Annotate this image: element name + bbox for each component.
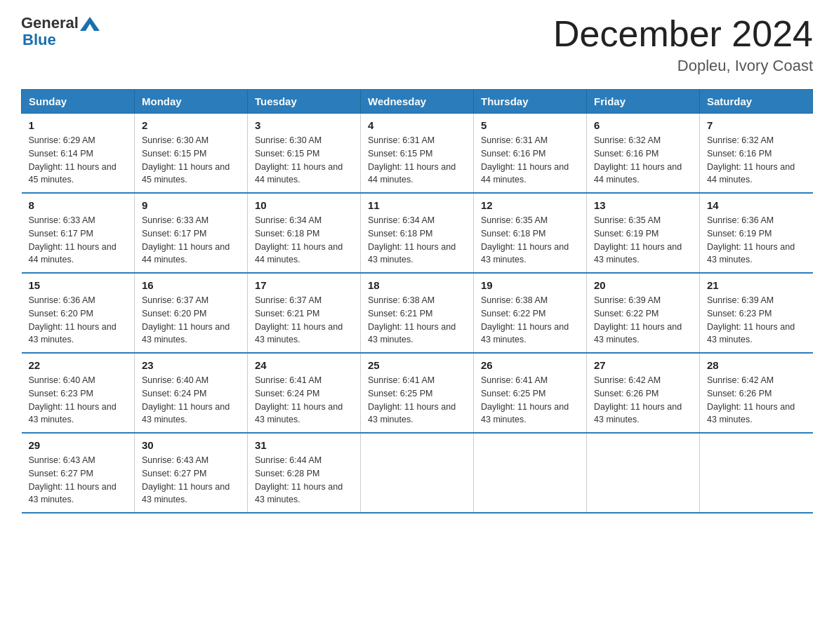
calendar-cell: 12 Sunrise: 6:35 AM Sunset: 6:18 PM Dayl…	[474, 193, 587, 273]
day-info: Sunrise: 6:39 AM Sunset: 6:23 PM Dayligh…	[707, 294, 806, 347]
calendar-cell: 13 Sunrise: 6:35 AM Sunset: 6:19 PM Dayl…	[587, 193, 700, 273]
day-info: Sunrise: 6:34 AM Sunset: 6:18 PM Dayligh…	[255, 214, 353, 267]
day-info: Sunrise: 6:40 AM Sunset: 6:23 PM Dayligh…	[29, 374, 128, 427]
day-info: Sunrise: 6:29 AM Sunset: 6:14 PM Dayligh…	[29, 134, 128, 187]
calendar-cell: 8 Sunrise: 6:33 AM Sunset: 6:17 PM Dayli…	[22, 193, 135, 273]
calendar-cell: 17 Sunrise: 6:37 AM Sunset: 6:21 PM Dayl…	[248, 273, 361, 353]
calendar-week-3: 15 Sunrise: 6:36 AM Sunset: 6:20 PM Dayl…	[22, 273, 813, 353]
logo-general-text: General	[21, 14, 79, 32]
header-tuesday: Tuesday	[248, 90, 361, 114]
day-info: Sunrise: 6:44 AM Sunset: 6:28 PM Dayligh…	[255, 454, 353, 507]
day-number: 1	[29, 119, 128, 131]
calendar-subtitle: Dopleu, Ivory Coast	[553, 57, 813, 75]
day-number: 16	[142, 279, 240, 291]
day-info: Sunrise: 6:33 AM Sunset: 6:17 PM Dayligh…	[29, 214, 128, 267]
calendar-cell: 22 Sunrise: 6:40 AM Sunset: 6:23 PM Dayl…	[22, 353, 135, 433]
calendar-cell: 28 Sunrise: 6:42 AM Sunset: 6:26 PM Dayl…	[700, 353, 813, 433]
day-info: Sunrise: 6:36 AM Sunset: 6:20 PM Dayligh…	[29, 294, 128, 347]
calendar-header-row: Sunday Monday Tuesday Wednesday Thursday…	[22, 90, 813, 114]
calendar-title-block: December 2024 Dopleu, Ivory Coast	[553, 14, 813, 75]
calendar-title: December 2024	[553, 14, 813, 54]
day-number: 7	[707, 119, 806, 131]
day-info: Sunrise: 6:30 AM Sunset: 6:15 PM Dayligh…	[142, 134, 240, 187]
day-number: 15	[29, 279, 128, 291]
day-number: 20	[594, 279, 692, 291]
calendar-week-4: 22 Sunrise: 6:40 AM Sunset: 6:23 PM Dayl…	[22, 353, 813, 433]
calendar-cell: 6 Sunrise: 6:32 AM Sunset: 6:16 PM Dayli…	[587, 114, 700, 194]
day-number: 28	[707, 359, 806, 371]
header-saturday: Saturday	[700, 90, 813, 114]
day-number: 8	[29, 199, 128, 211]
day-info: Sunrise: 6:38 AM Sunset: 6:21 PM Dayligh…	[368, 294, 466, 347]
calendar-cell: 25 Sunrise: 6:41 AM Sunset: 6:25 PM Dayl…	[361, 353, 474, 433]
calendar-cell: 24 Sunrise: 6:41 AM Sunset: 6:24 PM Dayl…	[248, 353, 361, 433]
calendar-cell	[474, 433, 587, 513]
calendar-cell: 30 Sunrise: 6:43 AM Sunset: 6:27 PM Dayl…	[135, 433, 248, 513]
header-monday: Monday	[135, 90, 248, 114]
day-number: 3	[255, 119, 353, 131]
calendar-cell: 27 Sunrise: 6:42 AM Sunset: 6:26 PM Dayl…	[587, 353, 700, 433]
calendar-cell: 4 Sunrise: 6:31 AM Sunset: 6:15 PM Dayli…	[361, 114, 474, 194]
day-info: Sunrise: 6:43 AM Sunset: 6:27 PM Dayligh…	[29, 454, 128, 507]
calendar-cell: 31 Sunrise: 6:44 AM Sunset: 6:28 PM Dayl…	[248, 433, 361, 513]
day-info: Sunrise: 6:41 AM Sunset: 6:24 PM Dayligh…	[255, 374, 353, 427]
day-info: Sunrise: 6:35 AM Sunset: 6:19 PM Dayligh…	[594, 214, 692, 267]
logo-blue-text: Blue	[22, 31, 56, 49]
day-number: 12	[481, 199, 579, 211]
day-info: Sunrise: 6:34 AM Sunset: 6:18 PM Dayligh…	[368, 214, 466, 267]
header-sunday: Sunday	[22, 90, 135, 114]
calendar-cell: 1 Sunrise: 6:29 AM Sunset: 6:14 PM Dayli…	[22, 114, 135, 194]
calendar-cell: 14 Sunrise: 6:36 AM Sunset: 6:19 PM Dayl…	[700, 193, 813, 273]
header-thursday: Thursday	[474, 90, 587, 114]
day-info: Sunrise: 6:39 AM Sunset: 6:22 PM Dayligh…	[594, 294, 692, 347]
calendar-cell: 7 Sunrise: 6:32 AM Sunset: 6:16 PM Dayli…	[700, 114, 813, 194]
day-info: Sunrise: 6:33 AM Sunset: 6:17 PM Dayligh…	[142, 214, 240, 267]
day-info: Sunrise: 6:37 AM Sunset: 6:21 PM Dayligh…	[255, 294, 353, 347]
day-number: 4	[368, 119, 466, 131]
day-number: 10	[255, 199, 353, 211]
calendar-cell	[361, 433, 474, 513]
day-number: 29	[29, 439, 128, 451]
calendar-cell: 21 Sunrise: 6:39 AM Sunset: 6:23 PM Dayl…	[700, 273, 813, 353]
calendar-cell: 15 Sunrise: 6:36 AM Sunset: 6:20 PM Dayl…	[22, 273, 135, 353]
calendar-cell: 18 Sunrise: 6:38 AM Sunset: 6:21 PM Dayl…	[361, 273, 474, 353]
day-info: Sunrise: 6:31 AM Sunset: 6:16 PM Dayligh…	[481, 134, 579, 187]
calendar-week-1: 1 Sunrise: 6:29 AM Sunset: 6:14 PM Dayli…	[22, 114, 813, 194]
day-number: 18	[368, 279, 466, 291]
day-number: 24	[255, 359, 353, 371]
day-info: Sunrise: 6:32 AM Sunset: 6:16 PM Dayligh…	[594, 134, 692, 187]
calendar-cell: 20 Sunrise: 6:39 AM Sunset: 6:22 PM Dayl…	[587, 273, 700, 353]
header-wednesday: Wednesday	[361, 90, 474, 114]
day-number: 22	[29, 359, 128, 371]
calendar-cell: 23 Sunrise: 6:40 AM Sunset: 6:24 PM Dayl…	[135, 353, 248, 433]
calendar-week-2: 8 Sunrise: 6:33 AM Sunset: 6:17 PM Dayli…	[22, 193, 813, 273]
day-info: Sunrise: 6:41 AM Sunset: 6:25 PM Dayligh…	[368, 374, 466, 427]
day-number: 13	[594, 199, 692, 211]
day-number: 17	[255, 279, 353, 291]
day-info: Sunrise: 6:37 AM Sunset: 6:20 PM Dayligh…	[142, 294, 240, 347]
day-number: 27	[594, 359, 692, 371]
calendar-cell: 2 Sunrise: 6:30 AM Sunset: 6:15 PM Dayli…	[135, 114, 248, 194]
day-info: Sunrise: 6:43 AM Sunset: 6:27 PM Dayligh…	[142, 454, 240, 507]
day-number: 21	[707, 279, 806, 291]
day-number: 9	[142, 199, 240, 211]
day-info: Sunrise: 6:40 AM Sunset: 6:24 PM Dayligh…	[142, 374, 240, 427]
header-friday: Friday	[587, 90, 700, 114]
day-number: 30	[142, 439, 240, 451]
day-info: Sunrise: 6:42 AM Sunset: 6:26 PM Dayligh…	[594, 374, 692, 427]
day-number: 6	[594, 119, 692, 131]
calendar-cell: 26 Sunrise: 6:41 AM Sunset: 6:25 PM Dayl…	[474, 353, 587, 433]
day-number: 25	[368, 359, 466, 371]
calendar-cell: 9 Sunrise: 6:33 AM Sunset: 6:17 PM Dayli…	[135, 193, 248, 273]
calendar-cell: 10 Sunrise: 6:34 AM Sunset: 6:18 PM Dayl…	[248, 193, 361, 273]
day-number: 31	[255, 439, 353, 451]
calendar-cell: 16 Sunrise: 6:37 AM Sunset: 6:20 PM Dayl…	[135, 273, 248, 353]
day-number: 11	[368, 199, 466, 211]
calendar-table: Sunday Monday Tuesday Wednesday Thursday…	[21, 89, 813, 514]
day-info: Sunrise: 6:35 AM Sunset: 6:18 PM Dayligh…	[481, 214, 579, 267]
day-info: Sunrise: 6:42 AM Sunset: 6:26 PM Dayligh…	[707, 374, 806, 427]
day-info: Sunrise: 6:41 AM Sunset: 6:25 PM Dayligh…	[481, 374, 579, 427]
day-info: Sunrise: 6:30 AM Sunset: 6:15 PM Dayligh…	[255, 134, 353, 187]
day-number: 14	[707, 199, 806, 211]
calendar-cell: 5 Sunrise: 6:31 AM Sunset: 6:16 PM Dayli…	[474, 114, 587, 194]
